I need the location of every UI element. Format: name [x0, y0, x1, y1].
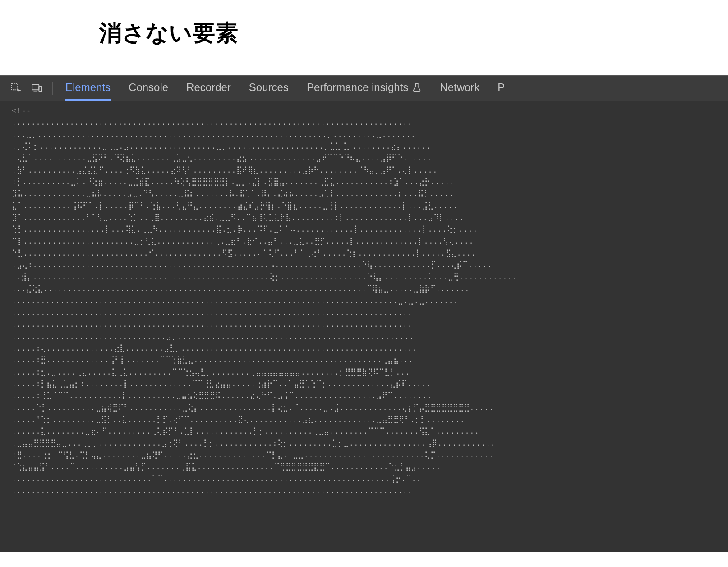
comment-open: <!-- [12, 107, 31, 115]
svg-rect-1 [32, 84, 39, 90]
tab-overflow[interactable]: P [498, 76, 505, 101]
inspect-icon[interactable] [8, 80, 24, 96]
tab-label: Elements [65, 81, 111, 94]
tab-label: Network [440, 81, 479, 94]
tab-recorder[interactable]: Recorder [186, 76, 231, 101]
tab-sources[interactable]: Sources [249, 76, 289, 101]
tab-label: Performance insights [307, 81, 408, 94]
svg-rect-3 [39, 86, 42, 91]
ascii-art: ........................................… [12, 119, 517, 495]
device-toggle-icon[interactable] [29, 80, 45, 96]
toolbar-divider [52, 82, 53, 95]
tab-label: Sources [249, 81, 289, 94]
devtools-panel: Elements Console Recorder Sources Perfor… [0, 75, 728, 552]
devtools-toolbar: Elements Console Recorder Sources Perfor… [0, 76, 728, 101]
tab-label: Console [129, 81, 168, 94]
source-content: <!-- ...................................… [12, 105, 716, 497]
tab-label: Recorder [186, 81, 231, 94]
tab-strip: Elements Console Recorder Sources Perfor… [58, 76, 505, 101]
tab-elements[interactable]: Elements [65, 76, 111, 101]
tab-network[interactable]: Network [440, 76, 479, 101]
page-header: 消さない要素 [0, 0, 728, 75]
page-title: 消さない要素 [99, 18, 728, 48]
tab-performance-insights[interactable]: Performance insights [307, 76, 422, 101]
flask-icon [412, 82, 422, 92]
tab-label: P [498, 81, 505, 94]
source-pane[interactable]: <!-- ...................................… [0, 101, 728, 552]
tab-console[interactable]: Console [129, 76, 168, 101]
